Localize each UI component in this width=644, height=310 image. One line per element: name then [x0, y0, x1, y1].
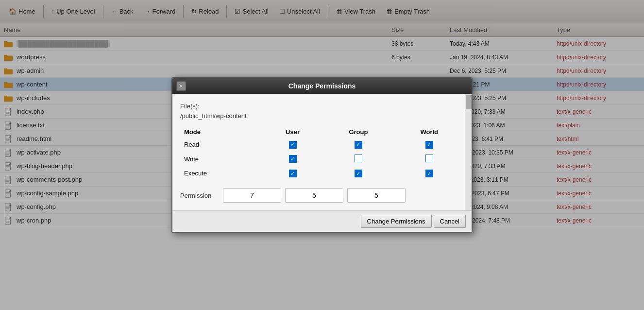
modal-filepath: File(s): /public_html/wp-content [180, 102, 464, 121]
perm-world-execute[interactable] [394, 167, 464, 181]
checkbox-world-write[interactable] [425, 155, 433, 162]
perm-mode-write: Write [180, 152, 263, 167]
col-mode: Mode [180, 126, 263, 138]
checkbox-world-execute[interactable] [425, 170, 433, 177]
cancel-button[interactable]: Cancel [434, 215, 466, 228]
checkbox-group-execute[interactable] [355, 170, 362, 177]
change-permissions-button[interactable]: Change Permissions [361, 215, 432, 228]
permission-group-input[interactable] [285, 188, 343, 203]
col-world: World [394, 126, 464, 138]
modal-overlay: × Change Permissions File(s): /public_ht… [0, 0, 644, 310]
permission-world-input[interactable] [347, 188, 406, 203]
close-icon: × [180, 83, 183, 89]
scrollbar-thumb [466, 95, 472, 109]
modal-footer: Change Permissions Cancel [172, 210, 472, 232]
change-permissions-modal: × Change Permissions File(s): /public_ht… [171, 77, 473, 233]
permission-user-input[interactable] [223, 188, 281, 203]
modal-title: Change Permissions [288, 82, 356, 90]
checkbox-user-write[interactable] [289, 155, 297, 163]
modal-titlebar: × Change Permissions [172, 78, 472, 94]
modal-close-button[interactable]: × [176, 81, 186, 91]
perm-world-read[interactable] [394, 138, 464, 152]
perm-user-write[interactable] [263, 152, 322, 167]
permission-inputs: Permission [180, 186, 464, 203]
perm-group-execute[interactable] [322, 167, 394, 181]
modal-body: File(s): /public_html/wp-content Mode Us… [172, 94, 472, 210]
perm-mode-execute: Execute [180, 167, 263, 181]
perm-user-read[interactable] [263, 138, 322, 152]
modal-scrollbar[interactable] [465, 94, 472, 210]
perm-group-write[interactable] [322, 152, 394, 167]
permission-row: Read [180, 138, 464, 152]
permission-label: Permission [180, 192, 219, 199]
perm-world-write[interactable] [394, 152, 464, 167]
checkbox-group-read[interactable] [355, 141, 362, 149]
permission-row: Execute [180, 167, 464, 181]
col-user: User [263, 126, 322, 138]
checkbox-group-write[interactable] [355, 155, 362, 162]
checkbox-user-execute[interactable] [289, 170, 297, 177]
permissions-table: Mode User Group World Read Write [180, 126, 464, 180]
perm-user-execute[interactable] [263, 167, 322, 181]
checkbox-world-read[interactable] [425, 141, 433, 149]
checkbox-user-read[interactable] [289, 141, 297, 149]
perm-mode-read: Read [180, 138, 263, 152]
permission-row: Write [180, 152, 464, 167]
perm-group-read[interactable] [322, 138, 394, 152]
col-group: Group [322, 126, 394, 138]
